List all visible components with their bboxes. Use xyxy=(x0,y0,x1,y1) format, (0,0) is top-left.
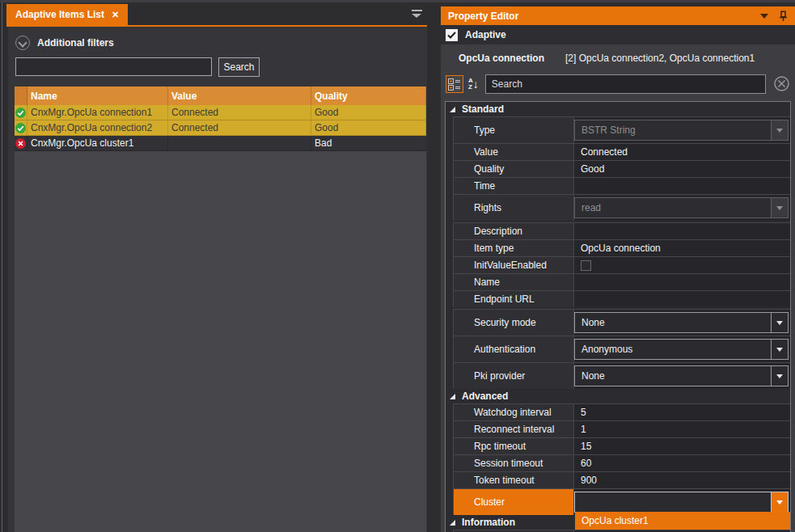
property-value-cell[interactable] xyxy=(574,291,790,307)
property-value-cell[interactable]: 900 xyxy=(574,472,790,488)
property-checkbox[interactable] xyxy=(581,260,591,271)
property-label: Rpc timeout xyxy=(453,438,574,454)
expander-icon xyxy=(450,107,455,112)
list-item[interactable]: CnxMgr.OpcUa connection1ConnectedGood xyxy=(15,105,426,120)
property-label: Pki provider xyxy=(453,363,574,389)
property-value-cell[interactable]: None xyxy=(574,363,790,389)
item-quality: Bad xyxy=(311,136,426,150)
property-value-cell[interactable]: None xyxy=(574,310,790,336)
property-label: Value xyxy=(453,144,574,160)
property-search-input[interactable] xyxy=(485,74,766,94)
tab-close-icon[interactable]: ✕ xyxy=(112,10,119,20)
property-row: Rpc timeout15 xyxy=(453,437,790,454)
search-row: Search xyxy=(15,57,427,77)
property-row: TypeBSTR String xyxy=(453,116,790,143)
property-value-cell[interactable]: OpcUa connection xyxy=(574,240,790,256)
additional-filters-row: Additional filters xyxy=(15,36,427,50)
property-editor-panel: Property Editor Adap xyxy=(441,6,795,532)
section-header-standard[interactable]: Standard xyxy=(446,102,790,116)
sort-alphabetical-button[interactable]: AZ ↓ xyxy=(468,78,479,91)
chevron-down-icon xyxy=(776,500,783,505)
property-value-text: Connected xyxy=(581,146,628,158)
selection-header: OpcUa connection [2] OpcUa connection2, … xyxy=(441,44,795,71)
property-dropdown[interactable]: Anonymous xyxy=(574,339,789,360)
dropdown-button[interactable] xyxy=(771,198,788,217)
property-value-cell[interactable]: 60 xyxy=(574,455,790,471)
chevron-down-icon xyxy=(776,321,783,325)
property-dropdown[interactable]: read xyxy=(574,197,789,218)
clear-search-button[interactable] xyxy=(771,74,792,94)
item-name: CnxMgr.OpcUa connection1 xyxy=(27,105,168,120)
adaptive-row: Adaptive xyxy=(441,25,795,44)
chevron-down-icon xyxy=(776,206,783,210)
dropdown-button[interactable] xyxy=(771,492,788,512)
window-position-menu-icon[interactable] xyxy=(412,10,422,18)
property-dropdown[interactable]: None xyxy=(574,365,789,386)
property-value-cell[interactable]: read xyxy=(574,195,790,221)
adaptive-checkbox[interactable] xyxy=(446,29,458,41)
item-value: Connected xyxy=(168,105,311,120)
property-value-cell[interactable] xyxy=(574,257,790,273)
categorize-button[interactable] xyxy=(446,75,463,93)
property-label: Security mode xyxy=(453,310,574,336)
expand-filters-icon[interactable] xyxy=(15,36,30,50)
property-value-cell[interactable] xyxy=(574,223,790,239)
property-row: Token timeout900 xyxy=(453,471,790,488)
dropdown-button[interactable] xyxy=(771,340,788,359)
property-value-cell[interactable]: Connected xyxy=(574,144,790,160)
property-label: Session timeout xyxy=(453,455,574,471)
property-label: Description xyxy=(453,223,574,239)
property-label: Reconnect interval xyxy=(453,421,574,437)
property-value-text: 900 xyxy=(581,475,597,486)
status-column-header[interactable] xyxy=(15,87,27,105)
property-label: Quality xyxy=(453,161,574,177)
property-dropdown[interactable]: None xyxy=(574,312,789,333)
property-value-cell[interactable] xyxy=(574,178,790,194)
column-header-value[interactable]: Value xyxy=(168,87,311,105)
chevron-down-icon xyxy=(776,129,783,133)
column-header-quality[interactable]: Quality xyxy=(311,87,426,105)
status-cell xyxy=(15,105,27,120)
check-icon xyxy=(447,32,456,39)
property-value-cell[interactable]: BSTR String xyxy=(574,117,790,143)
property-value-text: 60 xyxy=(581,458,591,469)
property-row: Watchdog interval5 xyxy=(453,403,790,420)
list-item[interactable]: CnxMgr.OpcUa cluster1Bad xyxy=(15,136,426,151)
panel-menu-chevron-icon[interactable] xyxy=(760,14,768,19)
column-header-name[interactable]: Name xyxy=(27,87,168,105)
property-dropdown[interactable] xyxy=(574,492,789,513)
dropdown-button[interactable] xyxy=(771,313,788,332)
property-value-text: 15 xyxy=(581,441,591,452)
property-value-cell[interactable]: 5 xyxy=(574,404,790,420)
property-label: Type xyxy=(453,117,574,143)
property-value-cell[interactable]: 1 xyxy=(574,421,790,437)
section-header-advanced[interactable]: Advanced xyxy=(446,389,790,403)
item-quality: Good xyxy=(311,105,426,120)
list-item[interactable]: CnxMgr.OpcUa connection2ConnectedGood xyxy=(15,120,426,136)
dropdown-button[interactable] xyxy=(771,120,788,140)
tab-adaptive-items-list[interactable]: Adaptive Items List ✕ xyxy=(6,4,128,25)
property-value-cell[interactable]: Good xyxy=(574,161,790,177)
property-row: Time xyxy=(453,177,790,194)
property-label: Name xyxy=(453,274,574,290)
property-label: InitValueEnabled xyxy=(453,257,574,273)
property-label: Authentication xyxy=(453,336,574,362)
items-search-input[interactable] xyxy=(15,57,212,76)
property-value-cell[interactable] xyxy=(574,274,790,290)
sort-arrow-icon: ↓ xyxy=(473,78,479,90)
tab-bar: Adaptive Items List ✕ xyxy=(6,4,427,25)
property-value-cell[interactable]: 15 xyxy=(574,438,790,454)
pin-icon[interactable] xyxy=(779,11,788,22)
adaptive-items-list-panel: Adaptive Items List ✕ Additional filters… xyxy=(6,4,427,532)
dropdown-item[interactable]: OpcUa cluster1 xyxy=(575,512,790,530)
window-left-border xyxy=(2,2,2,532)
search-button[interactable]: Search xyxy=(218,57,260,77)
property-row: Name xyxy=(453,273,790,290)
property-value-text: 5 xyxy=(581,407,586,418)
property-dropdown[interactable]: BSTR String xyxy=(574,120,789,141)
item-quality: Good xyxy=(311,120,426,135)
property-row: Security modeNone xyxy=(453,309,790,336)
item-value: Connected xyxy=(168,120,311,135)
property-value-cell[interactable]: Anonymous xyxy=(574,336,790,362)
dropdown-button[interactable] xyxy=(771,366,788,386)
